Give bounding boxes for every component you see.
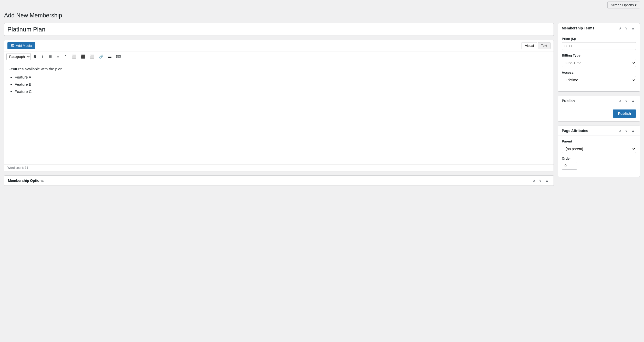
page-attributes-controls: ∧ ∨ ▲ (618, 128, 636, 133)
publish-down-button[interactable]: ∨ (624, 98, 629, 103)
list-item: Feature A (15, 74, 549, 80)
order-field-group: Order (562, 157, 636, 170)
list-item: Feature B (15, 81, 549, 87)
align-right-button[interactable]: ⬜ (88, 53, 96, 60)
page-attributes-up-button[interactable]: ∧ (618, 128, 623, 133)
access-select[interactable]: Lifetime Limited (562, 76, 636, 84)
publish-up-button[interactable]: ∧ (618, 98, 623, 103)
page-title: Add New Membership (0, 10, 644, 23)
tab-visual[interactable]: Visual (522, 42, 537, 49)
price-label: Price ($): (562, 37, 636, 41)
membership-terms-box: Membership Terms ∧ ∨ ▲ Price ($): Billin… (558, 23, 640, 92)
editor-content[interactable]: Features available with the plan: Featur… (4, 62, 554, 164)
publish-toggle-button[interactable]: ▲ (630, 98, 636, 103)
screen-options-label: Screen Options (611, 3, 634, 7)
add-media-icon: 🖼 (11, 44, 14, 48)
top-bar: Screen Options ▾ (0, 0, 644, 10)
add-media-label: Add Media (16, 44, 32, 48)
publish-controls: ∧ ∨ ▲ (618, 98, 636, 103)
membership-terms-body: Price ($): Billing Type: One-Time Recurr… (558, 33, 640, 91)
page-attributes-title: Page Attributes (562, 129, 588, 133)
format-dropdown[interactable]: Paragraph (6, 53, 31, 60)
page-attributes-box: Page Attributes ∧ ∨ ▲ Parent (no parent)… (558, 126, 640, 177)
parent-select[interactable]: (no parent) Home (562, 145, 636, 153)
access-label: Access: (562, 71, 636, 74)
main-layout: 🖼 Add Media Visual Text Paragraph B I ☰ … (0, 23, 644, 190)
billing-type-field-group: Billing Type: One-Time Recurring (562, 53, 636, 67)
editor-wrap: 🖼 Add Media Visual Text Paragraph B I ☰ … (4, 40, 554, 171)
align-center-button[interactable]: ⬛ (79, 53, 87, 60)
sidebar: Membership Terms ∧ ∨ ▲ Price ($): Billin… (558, 23, 640, 181)
unordered-list-button[interactable]: ☰ (47, 53, 54, 60)
billing-type-select[interactable]: One-Time Recurring (562, 59, 636, 67)
price-input[interactable] (562, 42, 636, 50)
access-field-group: Access: Lifetime Limited (562, 71, 636, 84)
screen-options-button[interactable]: Screen Options ▾ (607, 2, 640, 8)
screen-options-chevron-icon: ▾ (635, 3, 637, 7)
page-attributes-header: Page Attributes ∧ ∨ ▲ (558, 126, 640, 136)
publish-body: Publish (558, 106, 640, 121)
insert-more-button[interactable]: ▬ (106, 53, 113, 60)
membership-terms-header: Membership Terms ∧ ∨ ▲ (558, 23, 640, 33)
price-field-group: Price ($): (562, 37, 636, 50)
publish-header: Publish ∧ ∨ ▲ (558, 96, 640, 106)
membership-options-collapse-up-button[interactable]: ∧ (532, 178, 537, 183)
add-media-button[interactable]: 🖼 Add Media (7, 42, 35, 49)
align-left-button[interactable]: ⬜ (70, 53, 78, 60)
visual-text-tabs: Visual Text (522, 42, 550, 49)
membership-options-controls: ∧ ∨ ▲ (532, 178, 550, 183)
membership-options-toggle-button[interactable]: ▲ (544, 178, 550, 183)
membership-terms-down-button[interactable]: ∨ (624, 26, 629, 30)
insert-link-button[interactable]: 🔗 (97, 53, 105, 60)
toggle-toolbar-button[interactable]: ⌨ (114, 53, 123, 60)
billing-type-label: Billing Type: (562, 53, 636, 57)
italic-button[interactable]: I (39, 53, 46, 60)
bold-button[interactable]: B (31, 53, 38, 60)
editor-toolbar-top: 🖼 Add Media Visual Text (4, 40, 554, 51)
publish-title: Publish (562, 99, 575, 103)
membership-terms-toggle-button[interactable]: ▲ (630, 26, 636, 30)
editor-intro-text: Features available with the plan: (8, 66, 549, 72)
membership-terms-controls: ∧ ∨ ▲ (618, 26, 636, 30)
membership-terms-title: Membership Terms (562, 26, 594, 30)
editor-footer: Word count: 11 (4, 164, 554, 171)
parent-field-group: Parent (no parent) Home (562, 139, 636, 153)
publish-box: Publish ∧ ∨ ▲ Publish (558, 96, 640, 122)
page-attributes-down-button[interactable]: ∨ (624, 128, 629, 133)
editor-formatting-bar: Paragraph B I ☰ ≡ " ⬜ ⬛ ⬜ 🔗 ▬ ⌨ (4, 51, 554, 62)
editor-features-list: Feature A Feature B Feature C (8, 74, 549, 95)
membership-terms-up-button[interactable]: ∧ (618, 26, 623, 30)
membership-options-collapse-down-button[interactable]: ∨ (538, 178, 543, 183)
list-item: Feature C (15, 89, 549, 95)
membership-options-title: Membership Options (8, 179, 44, 183)
membership-title-input[interactable] (4, 23, 554, 36)
content-area: 🖼 Add Media Visual Text Paragraph B I ☰ … (4, 23, 554, 186)
tab-text[interactable]: Text (538, 42, 550, 49)
membership-options-header: Membership Options ∧ ∨ ▲ (4, 176, 554, 186)
order-label: Order (562, 157, 636, 160)
membership-options-box: Membership Options ∧ ∨ ▲ (4, 175, 554, 186)
blockquote-button[interactable]: " (62, 53, 69, 60)
order-input[interactable] (562, 162, 577, 170)
publish-button[interactable]: Publish (613, 109, 636, 118)
page-attributes-toggle-button[interactable]: ▲ (630, 128, 636, 133)
page-attributes-body: Parent (no parent) Home Order (558, 136, 640, 177)
ordered-list-button[interactable]: ≡ (55, 53, 62, 60)
parent-label: Parent (562, 139, 636, 143)
word-count: Word count: 11 (7, 166, 28, 170)
